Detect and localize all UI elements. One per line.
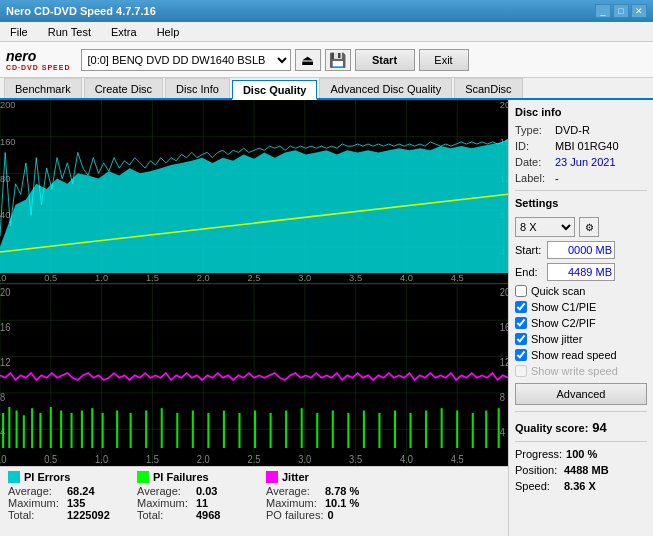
svg-rect-85 <box>102 413 104 448</box>
svg-rect-100 <box>332 411 334 448</box>
show-read-speed-row: Show read speed <box>515 349 647 361</box>
divider-1 <box>515 190 647 191</box>
show-read-speed-checkbox[interactable] <box>515 349 527 361</box>
svg-text:1.0: 1.0 <box>95 454 108 466</box>
drive-select[interactable]: [0:0] BENQ DVD DD DW1640 BSLB <box>81 49 291 71</box>
settings-title: Settings <box>515 197 647 209</box>
svg-text:0.5: 0.5 <box>44 273 57 283</box>
pi-errors-header: PI Errors <box>8 471 117 483</box>
start-button[interactable]: Start <box>355 49 415 71</box>
svg-text:3.0: 3.0 <box>298 273 311 283</box>
svg-text:0.0: 0.0 <box>0 273 6 283</box>
show-jitter-checkbox[interactable] <box>515 333 527 345</box>
svg-rect-78 <box>31 409 33 449</box>
advanced-button[interactable]: Advanced <box>515 383 647 405</box>
svg-text:1.0: 1.0 <box>95 273 108 283</box>
end-mb-input[interactable] <box>547 263 615 281</box>
quick-scan-checkbox[interactable] <box>515 285 527 297</box>
svg-rect-103 <box>378 413 380 448</box>
eject-button[interactable]: ⏏ <box>295 49 321 71</box>
svg-text:4.0: 4.0 <box>400 273 413 283</box>
svg-rect-76 <box>16 411 18 448</box>
tab-benchmark[interactable]: Benchmark <box>4 78 82 98</box>
title-bar-controls: _ □ ✕ <box>595 4 647 18</box>
disc-label-row: Label: - <box>515 172 647 184</box>
svg-text:16: 16 <box>0 322 11 334</box>
menu-help[interactable]: Help <box>151 25 186 39</box>
settings-icon-btn[interactable]: ⚙ <box>579 217 599 237</box>
tab-create-disc[interactable]: Create Disc <box>84 78 163 98</box>
bottom-chart-svg: 20 16 12 8 4 20 16 12 8 4 0.0 0.5 1.0 1.… <box>0 284 508 466</box>
close-button[interactable]: ✕ <box>631 4 647 18</box>
svg-text:20: 20 <box>500 100 508 110</box>
toolbar: nero CD·DVD SPEED [0:0] BENQ DVD DD DW16… <box>0 42 653 78</box>
svg-rect-111 <box>498 409 500 449</box>
svg-text:3.0: 3.0 <box>298 454 311 466</box>
exit-button[interactable]: Exit <box>419 49 469 71</box>
show-c2pif-checkbox[interactable] <box>515 317 527 329</box>
menu-run-test[interactable]: Run Test <box>42 25 97 39</box>
start-mb-row: Start: <box>515 241 647 259</box>
quality-score-row: Quality score: 94 <box>515 420 647 435</box>
app-title: Nero CD-DVD Speed 4.7.7.16 <box>6 5 156 17</box>
svg-text:2.5: 2.5 <box>248 273 261 283</box>
svg-text:20: 20 <box>0 287 11 299</box>
show-c1pie-checkbox[interactable] <box>515 301 527 313</box>
svg-rect-96 <box>270 413 272 448</box>
right-panel: Disc info Type: DVD-R ID: MBI 01RG40 Dat… <box>508 100 653 536</box>
svg-rect-107 <box>441 409 443 449</box>
svg-rect-106 <box>425 411 427 448</box>
svg-text:4.5: 4.5 <box>451 273 464 283</box>
tab-scandisc[interactable]: ScanDisc <box>454 78 522 98</box>
speed-select[interactable]: 8 X <box>515 217 575 237</box>
svg-text:12: 12 <box>0 357 11 369</box>
svg-text:0.0: 0.0 <box>0 454 7 466</box>
tab-advanced-disc-quality[interactable]: Advanced Disc Quality <box>319 78 452 98</box>
divider-3 <box>515 441 647 442</box>
svg-rect-81 <box>60 411 62 448</box>
svg-text:20: 20 <box>500 287 508 299</box>
title-bar: Nero CD-DVD Speed 4.7.7.16 _ □ ✕ <box>0 0 653 22</box>
nero-logo: nero CD·DVD SPEED <box>6 48 71 71</box>
svg-text:2.0: 2.0 <box>197 454 210 466</box>
show-c2pif-row: Show C2/PIF <box>515 317 647 329</box>
tab-disc-quality[interactable]: Disc Quality <box>232 80 318 100</box>
start-mb-input[interactable] <box>547 241 615 259</box>
svg-rect-86 <box>116 411 118 448</box>
jitter-header: Jitter <box>266 471 377 483</box>
svg-rect-75 <box>8 407 10 448</box>
svg-rect-94 <box>238 413 240 448</box>
svg-text:4.0: 4.0 <box>400 454 413 466</box>
top-chart-svg: 200 160 80 40 20 16 12 8 4 0.0 0.5 1.0 1… <box>0 100 508 283</box>
divider-2 <box>515 411 647 412</box>
jitter-color <box>266 471 278 483</box>
svg-rect-95 <box>254 411 256 448</box>
speed-row: 8 X ⚙ <box>515 217 647 237</box>
svg-rect-79 <box>39 413 41 448</box>
chart-area: 200 160 80 40 20 16 12 8 4 0.0 0.5 1.0 1… <box>0 100 508 536</box>
minimize-button[interactable]: _ <box>595 4 611 18</box>
tab-bar: Benchmark Create Disc Disc Info Disc Qua… <box>0 78 653 100</box>
show-c1pie-row: Show C1/PIE <box>515 301 647 313</box>
svg-text:2.5: 2.5 <box>248 454 261 466</box>
jitter-group: Jitter Average: 8.78 % Maximum: 10.1 % P… <box>266 471 377 532</box>
pi-errors-color <box>8 471 20 483</box>
maximize-button[interactable]: □ <box>613 4 629 18</box>
disc-info-title: Disc info <box>515 106 647 118</box>
svg-text:3.5: 3.5 <box>349 273 362 283</box>
save-button[interactable]: 💾 <box>325 49 351 71</box>
menu-file[interactable]: File <box>4 25 34 39</box>
svg-rect-105 <box>410 413 412 448</box>
svg-rect-93 <box>223 411 225 448</box>
svg-rect-80 <box>50 407 52 448</box>
svg-text:12: 12 <box>500 357 508 369</box>
speed-row-prog: Speed: 8.36 X <box>515 480 647 492</box>
tab-disc-info[interactable]: Disc Info <box>165 78 230 98</box>
nero-logo-text: nero <box>6 48 71 64</box>
menu-extra[interactable]: Extra <box>105 25 143 39</box>
svg-text:0.5: 0.5 <box>44 454 57 466</box>
svg-rect-109 <box>472 413 474 448</box>
svg-text:1.5: 1.5 <box>146 273 159 283</box>
svg-rect-88 <box>145 411 147 448</box>
position-row: Position: 4488 MB <box>515 464 647 476</box>
